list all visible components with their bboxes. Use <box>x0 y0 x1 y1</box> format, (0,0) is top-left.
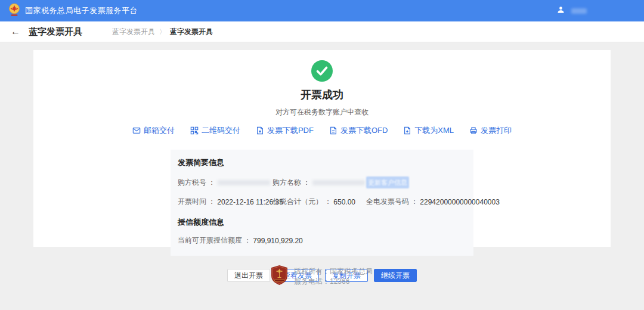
total-amount-value: 650.00 <box>333 198 355 206</box>
page-title: 蓝字发票开具 <box>29 26 82 38</box>
result-title: 开票成功 <box>33 88 611 102</box>
success-check-icon <box>311 60 333 82</box>
action-label: 发票打印 <box>481 125 512 136</box>
invoice-number-value: 22942000000000040003 <box>420 198 499 206</box>
total-amount-label: 价税合计（元） ： <box>273 197 332 207</box>
invoice-number-label: 全电发票号码 ： <box>366 197 418 207</box>
action-links: 邮箱交付 二维码交付 <box>33 125 611 136</box>
buyer-name: 购方名称 ： <box>273 178 366 188</box>
back-arrow-icon[interactable]: ← <box>11 26 20 37</box>
page-footer: 版权所有：国家税务总局 服务电话：12366 <box>0 265 644 287</box>
issue-time-label: 开票时间 ： <box>178 197 215 207</box>
invoice-number: 全电发票号码 ： 22942000000000040003 <box>366 197 500 207</box>
info-row-buyer: 购方税号 ： 购方名称 ： 更新客户信息 <box>178 176 466 188</box>
qrcode-icon <box>190 126 199 135</box>
brand: 国家税务总局电子发票服务平台 <box>8 3 138 19</box>
credit-info-title: 授信额度信息 <box>178 217 466 228</box>
email-delivery-link[interactable]: 邮箱交付 <box>132 125 175 136</box>
download-xml-icon <box>403 126 411 135</box>
download-pdf-icon <box>256 126 264 135</box>
buyer-tax-no-label: 购方税号 ： <box>178 178 215 188</box>
breadcrumb-separator-icon: 〉 <box>159 27 166 36</box>
qrcode-delivery-link[interactable]: 二维码交付 <box>190 125 240 136</box>
continue-invoicing-button[interactable]: 继续开票 <box>374 269 417 282</box>
copyright-line: 版权所有：国家税务总局 <box>294 266 373 277</box>
buyer-tax-no-value-redacted <box>218 180 270 185</box>
download-ofd-icon <box>329 126 338 135</box>
info-row-details: 开票时间 ： 2022-12-16 11:26:35 价税合计（元） ： 650… <box>178 197 466 207</box>
issue-time: 开票时间 ： 2022-12-16 11:26:35 <box>178 197 273 207</box>
invoice-info-panel: 发票简要信息 购方税号 ： 购方名称 ： 更新客户信息 开票时间 ： 2022-… <box>171 150 473 256</box>
buyer-name-value-redacted <box>312 180 365 185</box>
breadcrumb-item-current: 蓝字发票开具 <box>170 27 213 37</box>
print-invoice-link[interactable]: 发票打印 <box>469 125 512 136</box>
mail-icon <box>132 126 141 135</box>
tax-emblem-logo <box>8 3 20 19</box>
action-label: 二维码交付 <box>202 125 240 136</box>
download-pdf-link[interactable]: 发票下载PDF <box>256 125 314 136</box>
app-header: 国家税务总局电子发票服务平台 <box>0 0 644 21</box>
breadcrumb-item-parent[interactable]: 蓝字发票开具 <box>112 27 155 37</box>
exit-invoicing-button[interactable]: 退出开票 <box>227 269 270 282</box>
header-right <box>556 5 587 17</box>
buyer-tax-no: 购方税号 ： <box>178 178 273 188</box>
app-title: 国家税务总局电子发票服务平台 <box>25 5 138 16</box>
action-label: 邮箱交付 <box>144 125 175 136</box>
invoice-summary-title: 发票简要信息 <box>178 157 466 168</box>
update-customer-info-button[interactable]: 更新客户信息 <box>366 176 409 188</box>
credit-limit-label: 当前可开票授信额度 ： <box>178 235 251 246</box>
footer-text: 版权所有：国家税务总局 服务电话：12366 <box>294 266 373 287</box>
action-label: 发票下载PDF <box>267 125 314 136</box>
result-subtitle: 对方可在税务数字账户中查收 <box>33 107 611 117</box>
breadcrumb: 蓝字发票开具 〉 蓝字发票开具 <box>112 27 213 37</box>
total-amount: 价税合计（元） ： 650.00 <box>273 197 366 207</box>
buyer-name-label: 购方名称 ： <box>273 178 310 188</box>
download-ofd-link[interactable]: 发票下载OFD <box>329 125 388 136</box>
credit-limit: 当前可开票授信额度 ： 799,910,929.20 <box>178 235 466 246</box>
user-name-redacted <box>571 8 587 14</box>
breadcrumb-bar: ← 蓝字发票开具 蓝字发票开具 〉 蓝字发票开具 <box>0 21 644 42</box>
credit-limit-value: 799,910,929.20 <box>253 237 302 245</box>
tax-shield-logo <box>271 265 287 287</box>
action-label: 发票下载OFD <box>340 125 388 136</box>
action-label: 下载为XML <box>414 125 454 136</box>
printer-icon <box>469 126 478 135</box>
download-xml-link[interactable]: 下载为XML <box>403 125 454 136</box>
hotline-line: 服务电话：12366 <box>294 277 373 287</box>
main-content: 开票成功 对方可在税务数字账户中查收 邮箱交付 <box>0 42 644 287</box>
user-icon[interactable] <box>556 5 565 17</box>
result-card: 开票成功 对方可在税务数字账户中查收 邮箱交付 <box>33 50 611 247</box>
